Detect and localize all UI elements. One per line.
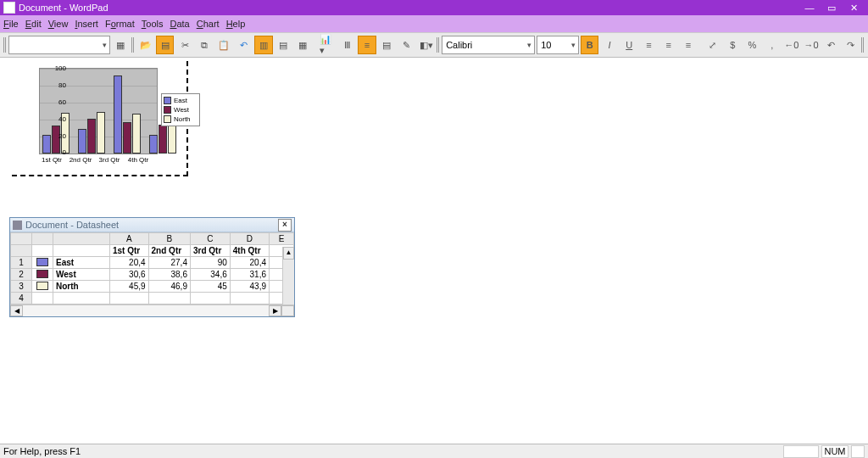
import-icon[interactable]: 📂 (136, 36, 154, 54)
scroll-right-icon[interactable]: ▶ (269, 305, 281, 316)
maximize-button[interactable]: ▭ (821, 0, 843, 15)
angle-cc-icon[interactable]: ↶ (822, 36, 840, 54)
bar-east-q3[interactable] (114, 75, 122, 154)
toolbar-grip[interactable] (131, 37, 135, 53)
bar-west-q2[interactable] (87, 119, 96, 154)
cell[interactable]: North (53, 281, 110, 293)
col-header[interactable]: E (270, 233, 294, 245)
col-header[interactable]: B (148, 233, 190, 245)
menu-format[interactable]: Format (105, 19, 135, 29)
increase-decimal-icon[interactable]: ←0 (782, 36, 800, 54)
align-left-icon[interactable]: ≡ (640, 36, 658, 54)
cell[interactable]: 43,9 (230, 281, 269, 293)
bold-button[interactable]: B (581, 36, 598, 54)
font-name-select[interactable]: Calibri (442, 36, 535, 54)
italic-button[interactable]: I (600, 36, 618, 54)
bar-east-q4[interactable] (149, 135, 158, 154)
category-axis-grid-icon[interactable]: Ⅲ (338, 36, 356, 54)
close-button[interactable]: ✕ (843, 0, 865, 15)
copy-icon[interactable]: ⧉ (196, 36, 214, 54)
scroll-up-icon[interactable]: ▲ (283, 247, 294, 260)
col-header[interactable]: D (230, 233, 269, 245)
cell[interactable]: 20,4 (110, 257, 149, 269)
menu-view[interactable]: View (48, 19, 69, 29)
decrease-decimal-icon[interactable]: →0 (803, 36, 821, 54)
cell[interactable]: 38,6 (148, 269, 190, 281)
scroll-left-icon[interactable]: ◀ (10, 305, 23, 316)
menu-chart[interactable]: Chart (197, 19, 220, 29)
paste-icon[interactable]: 📋 (215, 36, 233, 54)
toolbar-grip[interactable] (861, 37, 865, 53)
angle-text-icon[interactable]: ⤢ (704, 36, 721, 54)
cell[interactable] (110, 293, 149, 304)
value-axis-grid-icon[interactable]: ≡ (358, 36, 376, 54)
datasheet-close-button[interactable]: × (278, 219, 292, 232)
toolbar-grip[interactable] (437, 37, 440, 53)
by-column-button[interactable]: ▤ (275, 36, 292, 54)
cell[interactable]: 45,9 (110, 281, 149, 293)
undo-icon[interactable]: ↶ (235, 36, 253, 54)
cell[interactable]: 45 (190, 281, 230, 293)
cell[interactable]: 2nd Qtr (148, 245, 190, 257)
font-size-select[interactable]: 10 (537, 36, 579, 54)
chart-area-select[interactable] (8, 36, 110, 54)
cell[interactable]: 4th Qtr (230, 245, 269, 257)
toolbar-grip[interactable] (3, 37, 7, 53)
view-datasheet-button[interactable]: ▤ (156, 36, 174, 54)
datasheet-titlebar[interactable]: Document - Datasheet × (10, 218, 294, 232)
series-icon[interactable] (32, 257, 53, 269)
format-object-icon[interactable]: ▦ (112, 36, 130, 54)
menu-tools[interactable]: Tools (142, 19, 164, 29)
menu-edit[interactable]: Edit (25, 19, 42, 29)
series-icon[interactable] (32, 281, 53, 293)
document-canvas[interactable]: 100 80 60 40 20 0 1st Qtr 2nd Qtr 3rd Qt… (0, 58, 868, 453)
bar-west-q4[interactable] (159, 125, 167, 154)
drawing-icon[interactable]: ✎ (398, 36, 415, 54)
datasheet-vscroll[interactable]: ▲ (282, 247, 294, 304)
align-center-icon[interactable]: ≡ (659, 36, 677, 54)
fill-color-icon[interactable]: ◧▾ (417, 36, 435, 54)
menu-file[interactable]: File (3, 19, 19, 29)
datasheet-hscroll[interactable]: ◀ ▶ (10, 304, 294, 316)
chart-object[interactable]: 100 80 60 40 20 0 1st Qtr 2nd Qtr 3rd Qt… (12, 61, 188, 176)
underline-button[interactable]: U (620, 36, 638, 54)
cell[interactable]: 27,4 (148, 257, 190, 269)
cut-icon[interactable]: ✂ (175, 36, 193, 54)
cell[interactable]: 34,6 (190, 269, 230, 281)
data-table-button[interactable]: ▦ (294, 36, 312, 54)
cell[interactable] (53, 293, 110, 304)
menu-help[interactable]: Help (226, 19, 246, 29)
bar-north-q3[interactable] (132, 114, 141, 154)
by-row-button[interactable]: ▥ (254, 36, 272, 54)
series-icon[interactable] (32, 269, 53, 281)
cell[interactable] (148, 293, 190, 304)
minimize-button[interactable]: — (798, 0, 821, 15)
currency-icon[interactable]: $ (724, 36, 742, 54)
cell[interactable] (190, 293, 230, 304)
cell[interactable]: 30,6 (110, 269, 149, 281)
chart-legend[interactable]: East West North (161, 93, 200, 126)
percent-icon[interactable]: % (743, 36, 761, 54)
bar-east-q2[interactable] (78, 129, 86, 154)
cell[interactable] (230, 293, 269, 304)
datasheet-window[interactable]: Document - Datasheet × A B C D E 1st Qtr… (9, 217, 295, 317)
cell[interactable]: 46,9 (148, 281, 190, 293)
col-header[interactable]: C (190, 233, 230, 245)
comma-icon[interactable]: , (763, 36, 781, 54)
legend-button[interactable]: ▤ (378, 36, 396, 54)
menu-data[interactable]: Data (170, 19, 189, 29)
align-right-icon[interactable]: ≡ (679, 36, 697, 54)
cell[interactable]: 90 (190, 257, 230, 269)
angle-cw-icon[interactable]: ↷ (842, 36, 860, 54)
cell[interactable]: 1st Qtr (110, 245, 149, 257)
cell[interactable]: West (53, 269, 110, 281)
menu-insert[interactable]: Insert (75, 19, 98, 29)
datasheet-grid[interactable]: A B C D E 1st Qtr 2nd Qtr 3rd Qtr 4th Qt… (10, 232, 294, 304)
cell[interactable]: 3rd Qtr (190, 245, 230, 257)
bar-north-q2[interactable] (97, 112, 105, 154)
cell[interactable]: 20,4 (230, 257, 269, 269)
cell[interactable]: East (53, 257, 110, 269)
col-header[interactable]: A (110, 233, 149, 245)
bar-west-q3[interactable] (123, 122, 131, 154)
chart-type-button[interactable]: 📊▾ (319, 36, 337, 54)
